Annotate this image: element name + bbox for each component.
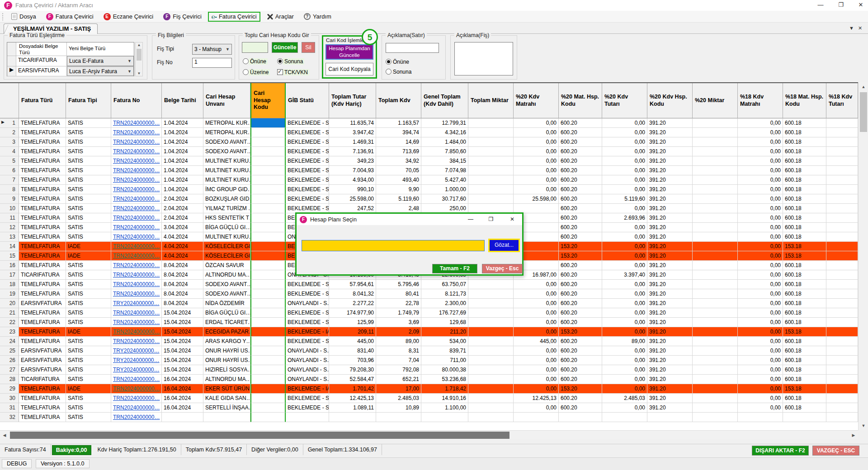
cell-mat18-hsp-kodu[interactable]: 600.18 — [783, 394, 826, 403]
cell-kdv18-tutari[interactable] — [826, 356, 858, 365]
tab-close-icon[interactable]: ✕ — [858, 25, 862, 31]
aciklama-satir-input[interactable] — [386, 43, 439, 53]
cell-kdv20-tutari[interactable]: 0,00 — [602, 356, 647, 365]
cell-cari-hesap-kodu[interactable] — [250, 261, 286, 270]
horizontal-scrollbar[interactable]: ◀ ▶ — [0, 430, 858, 439]
cell-fatura-turu[interactable]: TEMELFATURA — [19, 185, 66, 194]
cell-fatura-no[interactable]: TRY2024000000… — [111, 346, 162, 356]
cell-fatura-turu[interactable]: TEMELFATURA — [19, 318, 66, 327]
fatura-no-link[interactable]: TRY2024000000… — [113, 300, 160, 306]
cell-fatura-turu[interactable]: TEMELFATURA — [19, 413, 66, 422]
cell-mat18-hsp-kodu[interactable]: 600.18 — [783, 118, 826, 128]
cell-cari-hesap-kodu[interactable] — [250, 147, 286, 156]
fatura-no-link[interactable]: TRN2024000000… — [113, 129, 160, 136]
cell-belge-tarihi[interactable]: 8.04.2024 — [162, 261, 203, 270]
cell-mat18-hsp-kodu[interactable]: 600.18 — [783, 365, 826, 375]
cell-row-number[interactable]: ▶1 — [0, 118, 19, 128]
cell-genel-toplam[interactable]: 211,20 — [421, 327, 468, 337]
cell-cari-hesap-unvani[interactable]: ÖZCAN SAVUR — [203, 261, 250, 270]
cell-toplam-miktar[interactable] — [468, 147, 514, 156]
cell-kdv20-matrahi[interactable]: 0,00 — [514, 156, 559, 166]
cell-kdv20-tutari[interactable]: 0,00 — [602, 289, 647, 299]
toplu-cari-kod-input[interactable] — [242, 42, 268, 53]
cell-cari-hesap-kodu[interactable] — [250, 346, 286, 356]
cell-miktar20[interactable] — [693, 375, 738, 384]
cell-kdv20-hsp-kodu[interactable]: 391.20 — [647, 137, 693, 147]
cell-cari-hesap-kodu[interactable] — [250, 403, 286, 413]
cell-mat18-hsp-kodu[interactable]: 600.18 — [783, 280, 826, 289]
cell-kdv20-matrahi[interactable]: 0,00 — [514, 308, 559, 318]
cell-toplam-kdv[interactable]: 1.163,57 — [376, 118, 421, 128]
fatura-no-link[interactable]: TRN2024000000… — [113, 205, 160, 212]
cell-fatura-no[interactable]: TRN2024000000… — [111, 394, 162, 403]
cell-miktar20[interactable] — [693, 156, 738, 166]
cell-mat20-hsp-kodu[interactable]: 600.20 — [559, 270, 602, 280]
cell-cari-hesap-kodu[interactable] — [250, 185, 286, 194]
cell-mat18-hsp-kodu[interactable]: 600.18 — [783, 175, 826, 185]
cell-kdv20-matrahi[interactable]: 0,00 — [514, 384, 559, 394]
cell-kdv20-matrahi[interactable]: 0,00 — [514, 118, 559, 128]
cell-fatura-no[interactable]: TRN2024000000… — [111, 156, 162, 166]
cell-kdv20-hsp-kodu[interactable]: 391.20 — [647, 299, 693, 308]
cell-mat20-hsp-kodu[interactable]: 600.20 — [559, 308, 602, 318]
cell-row-number[interactable]: 30 — [0, 394, 19, 403]
cell-miktar20[interactable] — [693, 175, 738, 185]
tamam-button[interactable]: Tamam - F2 — [432, 264, 477, 273]
radio-uzerine[interactable]: Üzerine — [243, 68, 270, 76]
cell-cari-hesap-kodu[interactable] — [250, 128, 286, 137]
fatura-no-link[interactable]: TRN2024000000… — [113, 319, 160, 325]
cell-fatura-tipi[interactable]: SATIS — [66, 375, 111, 384]
cell-cari-hesap-kodu[interactable] — [250, 194, 286, 204]
cell-kdv20-hsp-kodu[interactable]: 391.20 — [647, 327, 693, 337]
cell-kdv18-tutari[interactable] — [826, 242, 858, 251]
cell-row-number[interactable]: 8 — [0, 185, 19, 194]
cell-genel-toplam[interactable]: 14.910,16 — [421, 394, 468, 403]
cell-toplam-kdv[interactable]: 792,08 — [376, 365, 421, 375]
cell-fatura-tipi[interactable]: SATIS — [66, 137, 111, 147]
cell-toplam-tutar[interactable]: 7.004,93 — [329, 166, 376, 175]
dialog-close-button[interactable]: ✕ — [505, 215, 519, 224]
cell-kdv20-tutari[interactable]: 5.119,60 — [602, 194, 647, 204]
cell-fatura-turu[interactable]: TICARIFATURA — [19, 270, 66, 280]
cell-kdv20-tutari[interactable]: 0,00 — [602, 166, 647, 175]
cell-belge-tarihi[interactable]: 8.04.2024 — [162, 280, 203, 289]
column-header-belge-tarihi[interactable]: Belge Tarihi — [162, 83, 203, 118]
cell-fatura-turu[interactable]: TEMELFATURA — [19, 327, 66, 337]
cell-row-number[interactable]: 4 — [0, 147, 19, 156]
cell-cari-hesap-kodu[interactable] — [250, 356, 286, 365]
cell-toplam-tutar[interactable]: 1.701,42 — [329, 384, 376, 394]
cell-cari-hesap-unvani[interactable]: EKER SÜT ÜRÜN… — [203, 384, 250, 394]
cell-cari-hesap-unvani[interactable]: HIZIRELİ SOSYA… — [203, 365, 250, 375]
cell-kdv18-tutari[interactable] — [826, 118, 858, 128]
cell-gib-statu[interactable]: BEKLEMEDE - SA… — [286, 289, 329, 299]
cell-toplam-kdv[interactable]: 2,09 — [376, 327, 421, 337]
cell-cari-hesap-kodu[interactable] — [250, 175, 286, 185]
cell-miktar20[interactable] — [693, 204, 738, 213]
cell-kdv20-hsp-kodu[interactable]: 391.20 — [647, 356, 693, 365]
cell-fatura-tipi[interactable]: SATIS — [66, 204, 111, 213]
cell-kdv20-tutari[interactable]: 0,00 — [602, 365, 647, 375]
cell-fatura-turu[interactable]: TEMELFATURA — [19, 137, 66, 147]
cell-toplam-kdv[interactable]: 493,40 — [376, 175, 421, 185]
cell-fatura-turu[interactable]: TEMELFATURA — [19, 289, 66, 299]
cell-cari-hesap-kodu[interactable] — [250, 137, 286, 147]
cell-miktar20[interactable] — [693, 242, 738, 251]
cell-mat20-hsp-kodu[interactable]: 153.20 — [559, 327, 602, 337]
cell-toplam-tutar[interactable]: 12.425,13 — [329, 394, 376, 403]
cell-kdv20-hsp-kodu[interactable] — [647, 413, 693, 422]
cell-belge-tarihi[interactable]: 15.04.2024 — [162, 318, 203, 327]
cell-fatura-no[interactable]: TRN2024000000… — [111, 327, 162, 337]
cell-fatura-no[interactable]: TRN2024000000… — [111, 413, 162, 422]
cell-kdv20-matrahi[interactable]: 0,00 — [514, 289, 559, 299]
cell-mat20-hsp-kodu[interactable]: 600.20 — [559, 204, 602, 213]
cell-toplam-miktar[interactable] — [468, 403, 514, 413]
cell-toplam-miktar[interactable] — [468, 156, 514, 166]
window-minimize-button[interactable]: — — [811, 0, 830, 11]
cell-kdv20-hsp-kodu[interactable]: 391.20 — [647, 185, 693, 194]
cell-toplam-miktar[interactable] — [468, 327, 514, 337]
cell-fatura-no[interactable]: TRN2024000000… — [111, 289, 162, 299]
cell-gib-statu[interactable]: ONAYLANDI - S… — [286, 299, 329, 308]
cell-gib-statu[interactable]: BEKLEMEDE - SA… — [286, 308, 329, 318]
cell-kdv20-hsp-kodu[interactable]: 391.20 — [647, 213, 693, 223]
cell-genel-toplam[interactable]: 53.236,68 — [421, 375, 468, 384]
